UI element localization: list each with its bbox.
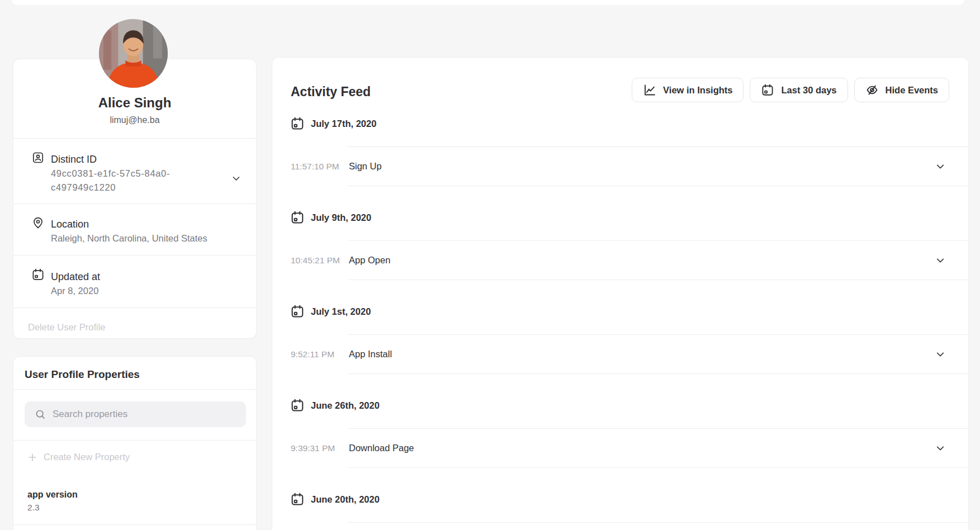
divider	[13, 389, 256, 390]
view-in-insights-label: View in Insights	[663, 85, 732, 96]
hide-events-button[interactable]: Hide Events	[854, 78, 949, 102]
event-list	[348, 522, 968, 530]
chevron-down-icon[interactable]	[935, 443, 945, 453]
event-row[interactable]: 9:52:11 PM App Install	[272, 334, 968, 374]
calendar-icon	[31, 268, 45, 281]
calendar-icon	[290, 304, 305, 319]
chevron-down-icon[interactable]	[935, 255, 945, 266]
avatar-illustration	[99, 19, 168, 88]
feed-date-label: June 26th, 2020	[311, 400, 380, 411]
event-row[interactable]: 11:57:10 PM Sign Up	[272, 146, 968, 186]
id-badge-icon	[31, 151, 45, 164]
event-time: 9:39:31 PM	[291, 443, 349, 453]
feed-date-group: July 17th, 2020 11:57:10 PM Sign Up	[272, 116, 968, 186]
divider	[13, 255, 256, 255]
divider	[13, 138, 256, 139]
user-email: limuj@he.ba	[13, 114, 256, 126]
calendar-icon	[290, 210, 305, 225]
properties-title: User Profile Properties	[25, 368, 140, 381]
feed-date-group: July 9th, 2020 10:45:21 PM App Open	[272, 210, 968, 280]
avatar	[99, 19, 168, 88]
divider	[13, 440, 256, 441]
event-time: 11:57:10 PM	[291, 162, 349, 172]
divider	[13, 204, 256, 204]
feed-date-header: June 26th, 2020	[272, 398, 968, 413]
feed-date-header: July 9th, 2020	[272, 210, 968, 225]
calendar-icon	[290, 116, 305, 131]
feed-date-group: June 26th, 2020 9:39:31 PM Download Page	[272, 398, 968, 468]
property-item: app version 2.3	[27, 489, 78, 514]
event-list: 10:45:21 PM App Open	[272, 240, 968, 280]
calendar-icon	[290, 492, 305, 507]
updated-at-value: Apr 8, 2020	[51, 285, 98, 296]
chevron-down-icon[interactable]	[231, 174, 241, 183]
calendar-icon	[290, 398, 305, 413]
event-list: 9:52:11 PM App Install	[272, 334, 968, 374]
chevron-down-icon[interactable]	[935, 349, 945, 359]
feed-groups: July 17th, 2020 11:57:10 PM Sign Up July…	[272, 116, 968, 530]
search-properties-input[interactable]	[51, 408, 238, 420]
eye-off-icon	[865, 83, 879, 97]
event-list: 9:39:31 PM Download Page	[272, 428, 968, 468]
line-chart-icon	[643, 83, 656, 97]
event-name: App Install	[349, 349, 392, 359]
user-name: Alice Singh	[13, 94, 256, 111]
event-time: 9:52:11 PM	[291, 349, 349, 359]
event-row[interactable]: 10:45:21 PM App Open	[272, 240, 968, 280]
chevron-down-icon[interactable]	[935, 162, 945, 172]
hide-events-label: Hide Events	[886, 85, 938, 96]
event-name: Download Page	[349, 443, 414, 453]
feed-date-header: June 20th, 2020	[272, 492, 968, 507]
delete-user-profile-button[interactable]: Delete User Profile	[28, 321, 105, 333]
date-range-label: Last 30 days	[781, 85, 836, 96]
divider	[13, 524, 256, 525]
user-profile-properties-card: User Profile Properties Create New Prope…	[13, 356, 257, 530]
feed-date-group: June 20th, 2020	[272, 492, 968, 530]
search-properties-box[interactable]	[25, 401, 246, 427]
feed-date-header: July 1st, 2020	[272, 304, 968, 319]
view-in-insights-button[interactable]: View in Insights	[632, 78, 744, 102]
calendar-icon	[761, 83, 774, 97]
event-name: Sign Up	[349, 161, 382, 172]
property-name: app version	[27, 489, 78, 501]
feed-date-label: June 20th, 2020	[311, 494, 380, 505]
activity-feed-card: Activity Feed View in Insights Last 30	[272, 57, 969, 530]
create-new-property-button[interactable]: Create New Property	[27, 452, 130, 462]
divider	[13, 307, 256, 308]
location-pin-icon	[31, 216, 45, 229]
location-value: Raleigh, North Carolina, United States	[51, 233, 207, 244]
feed-date-label: July 17th, 2020	[311, 119, 376, 129]
location-label: Location	[51, 217, 89, 231]
event-row[interactable]: 9:39:31 PM Download Page	[272, 428, 968, 468]
distinct-id-value: 49cc0381-e1fc-57c5-84a0-c497949c1220	[51, 167, 192, 195]
create-new-property-label: Create New Property	[44, 452, 130, 462]
property-value: 2.3	[27, 501, 78, 514]
plus-icon	[27, 452, 37, 462]
user-profile-card: Alice Singh limuj@he.ba Distinct ID 49cc…	[13, 59, 257, 339]
feed-date-group: July 1st, 2020 9:52:11 PM App Install	[272, 304, 968, 374]
top-bar-edge	[12, 0, 964, 5]
feed-date-label: July 1st, 2020	[311, 306, 371, 317]
distinct-id-label: Distinct ID	[51, 152, 97, 167]
event-name: App Open	[349, 255, 390, 266]
event-list: 11:57:10 PM Sign Up	[272, 146, 968, 186]
updated-at-label: Updated at	[51, 269, 100, 284]
feed-toolbar: View in Insights Last 30 days	[632, 78, 949, 102]
feed-date-label: July 9th, 2020	[311, 212, 371, 223]
date-range-button[interactable]: Last 30 days	[750, 78, 848, 102]
feed-date-header: July 17th, 2020	[272, 116, 968, 131]
event-time: 10:45:21 PM	[291, 255, 349, 266]
search-icon	[35, 409, 46, 420]
activity-feed-title: Activity Feed	[291, 82, 371, 101]
